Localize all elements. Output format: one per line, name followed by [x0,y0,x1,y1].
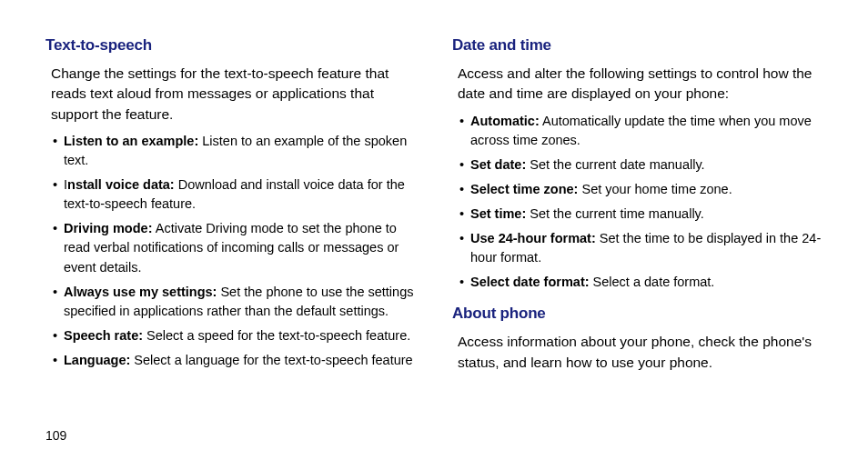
intro-tts: Change the settings for the text-to-spee… [45,64,416,125]
list-item: Install voice data: Download and install… [51,175,416,214]
left-column: Text-to-speech Change the settings for t… [45,36,416,385]
list-item: Language: Select a language for the text… [51,351,416,370]
item-label: Listen to an example: [64,134,198,148]
heading-about: About phone [452,305,823,323]
item-label: Use 24-hour format: [470,231,596,245]
item-label: nstall voice data: [67,177,175,192]
section-about-phone: About phone Access information about you… [452,305,823,373]
list-item: Set date: Set the current date manually. [458,155,823,175]
datetime-items-list: Automatic: Automatically update the time… [452,112,823,292]
list-item: Listen to an example: Listen to an examp… [51,132,416,170]
list-item: Driving mode: Activate Driving mode to s… [51,219,416,276]
heading-datetime: Date and time [452,36,823,55]
intro-datetime: Access and alter the following settings … [452,64,823,105]
list-item: Automatic: Automatically update the time… [458,112,823,150]
page-columns: Text-to-speech Change the settings for t… [45,36,823,385]
item-text: Select a speed for the text-to-speech fe… [143,328,410,343]
item-label: Select time zone: [470,182,578,196]
item-label: Set date: [470,157,526,172]
list-item: Set time: Set the current time manually. [458,205,823,224]
item-label: Always use my settings: [64,285,217,299]
item-text: Select a date format. [590,275,715,289]
item-label: Set time: [470,206,526,221]
item-label: Speech rate: [64,328,143,343]
list-item: Always use my settings: Set the phone to… [51,283,416,321]
item-label: Select date format: [470,275,590,289]
right-column: Date and time Access and alter the follo… [452,36,823,385]
item-text: Set the current time manually. [526,206,704,221]
item-text: Set your home time zone. [578,182,732,196]
item-label: Driving mode: [64,221,152,235]
heading-tts: Text-to-speech [45,36,416,55]
item-label: Language: [64,353,130,367]
item-text: Set the current date manually. [526,157,704,172]
section-date-time: Date and time Access and alter the follo… [452,36,823,292]
list-item: Use 24-hour format: Set the time to be d… [458,229,823,267]
section-text-to-speech: Text-to-speech Change the settings for t… [45,36,416,370]
page-number: 109 [45,428,66,443]
list-item: Speech rate: Select a speed for the text… [51,326,416,345]
item-text: Select a language for the text-to-speech… [130,353,412,367]
tts-items-list: Listen to an example: Listen to an examp… [45,132,416,369]
item-label: Automatic: [470,114,540,128]
intro-about: Access information about your phone, che… [452,332,823,373]
list-item: Select time zone: Set your home time zon… [458,180,823,199]
list-item: Select date format: Select a date format… [458,273,823,292]
